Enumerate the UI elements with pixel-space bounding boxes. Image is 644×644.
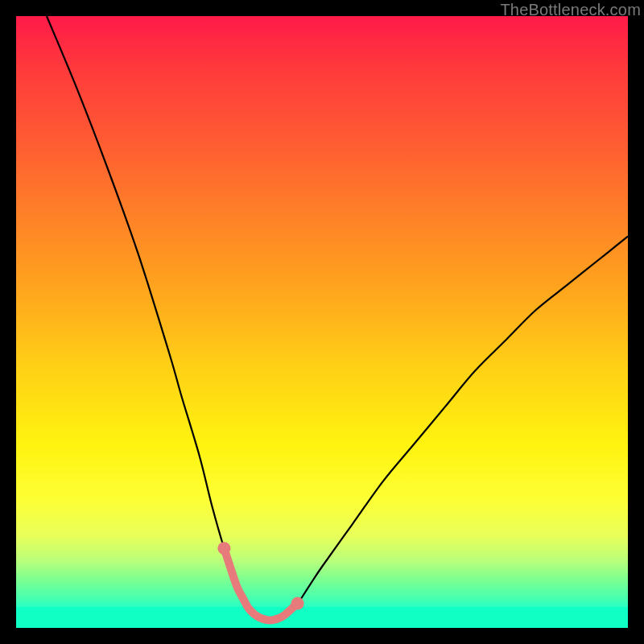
- curve-layer: [16, 16, 628, 628]
- valley-end-dot: [291, 597, 304, 610]
- valley-highlight-line: [224, 548, 297, 620]
- plot-area: [16, 16, 628, 628]
- chart-frame: TheBottleneck.com: [0, 0, 644, 644]
- watermark-text: TheBottleneck.com: [500, 1, 641, 19]
- bottleneck-curve: [47, 16, 628, 620]
- valley-end-dot: [217, 542, 230, 555]
